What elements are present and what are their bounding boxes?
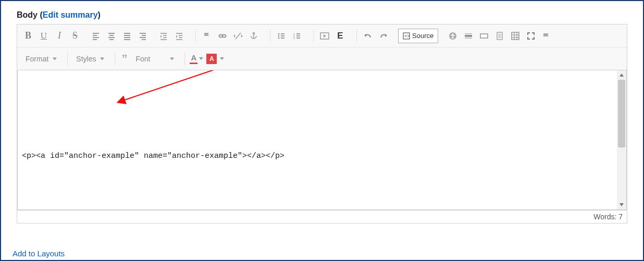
svg-point-29	[253, 32, 255, 34]
anchor-button[interactable]	[246, 29, 261, 43]
flag-icon[interactable]	[200, 29, 214, 43]
svg-text:3: 3	[293, 36, 295, 40]
undo-button[interactable]	[361, 29, 375, 43]
unlink-button[interactable]	[231, 29, 245, 43]
align-center-button[interactable]	[104, 29, 119, 43]
format-dropdown[interactable]: Format	[20, 52, 60, 66]
source-icon: <>	[403, 32, 410, 40]
accessibility-icon[interactable]	[445, 29, 460, 43]
svg-point-32	[278, 35, 280, 36]
svg-marker-25	[176, 35, 178, 38]
svg-marker-20	[160, 35, 162, 38]
word-count: Words: 7	[593, 213, 623, 221]
editor-status-bar: Words: 7	[17, 210, 627, 223]
svg-rect-55	[481, 34, 487, 38]
scroll-thumb[interactable]	[618, 80, 625, 147]
add-to-layouts-link[interactable]: Add to Layouts	[13, 249, 65, 258]
scroll-down-button[interactable]	[617, 200, 626, 209]
body-field-label: Body (Edit summary)	[17, 10, 627, 20]
outdent-button[interactable]	[156, 29, 171, 43]
svg-point-31	[278, 33, 280, 34]
svg-marker-46	[385, 34, 387, 37]
toolbar-row-1: B U I S	[17, 24, 627, 47]
svg-point-50	[452, 33, 454, 35]
svg-marker-68	[620, 203, 624, 206]
source-code-content[interactable]: <p><a id="anchor-example" name="anchor-e…	[18, 70, 626, 210]
font-dropdown[interactable]: Font	[130, 52, 177, 66]
numbered-list-button[interactable]: 123	[290, 29, 304, 43]
strikethrough-button[interactable]: S	[68, 29, 82, 43]
editor-source-area[interactable]: <p><a id="anchor-example" name="anchor-e…	[17, 70, 627, 210]
svg-rect-60	[512, 32, 519, 40]
bg-color-button[interactable]: A	[205, 54, 224, 64]
edit-summary-link[interactable]: Edit summary	[43, 10, 98, 19]
editor-scrollbar[interactable]	[617, 70, 626, 209]
svg-marker-45	[364, 34, 366, 37]
svg-line-28	[236, 33, 241, 39]
summary-paren-close: )	[98, 10, 101, 19]
custom-e-button[interactable]: E	[333, 29, 348, 43]
link-button[interactable]	[215, 29, 230, 43]
show-blocks-button[interactable]	[539, 29, 554, 43]
redo-button[interactable]	[376, 29, 391, 43]
styles-dropdown[interactable]: Styles	[71, 52, 107, 66]
svg-point-33	[278, 37, 280, 39]
bullet-list-button[interactable]	[274, 29, 289, 43]
underline-button[interactable]: U	[36, 29, 51, 43]
align-justify-button[interactable]	[120, 29, 134, 43]
scroll-up-button[interactable]	[617, 70, 626, 80]
svg-marker-67	[620, 73, 624, 77]
align-right-button[interactable]	[135, 29, 150, 43]
body-label-text: Body	[17, 10, 38, 19]
indent-button[interactable]	[172, 29, 187, 43]
blockquote-button[interactable]: ”	[118, 52, 130, 66]
code-line-1[interactable]: <p><a id="anchor-example" name="anchor-e…	[22, 151, 622, 161]
align-left-button[interactable]	[89, 29, 103, 43]
text-color-button[interactable]: A	[190, 53, 203, 64]
table-button[interactable]	[508, 29, 523, 43]
media-embed-button[interactable]	[317, 29, 332, 43]
maximize-button[interactable]	[524, 29, 538, 43]
iframe-button[interactable]	[477, 29, 491, 43]
horizontal-rule-button[interactable]	[461, 29, 476, 43]
italic-button[interactable]: I	[52, 29, 67, 43]
svg-marker-44	[324, 34, 326, 38]
toolbar-row-2: Format Styles ” Font A A	[17, 47, 627, 70]
svg-text:<>: <>	[404, 33, 410, 39]
source-button[interactable]: <> Source	[398, 29, 438, 43]
page-template-button[interactable]	[492, 29, 507, 43]
source-button-label: Source	[412, 32, 434, 40]
rich-text-editor: B U I S	[17, 24, 627, 223]
bold-button[interactable]: B	[21, 29, 35, 43]
